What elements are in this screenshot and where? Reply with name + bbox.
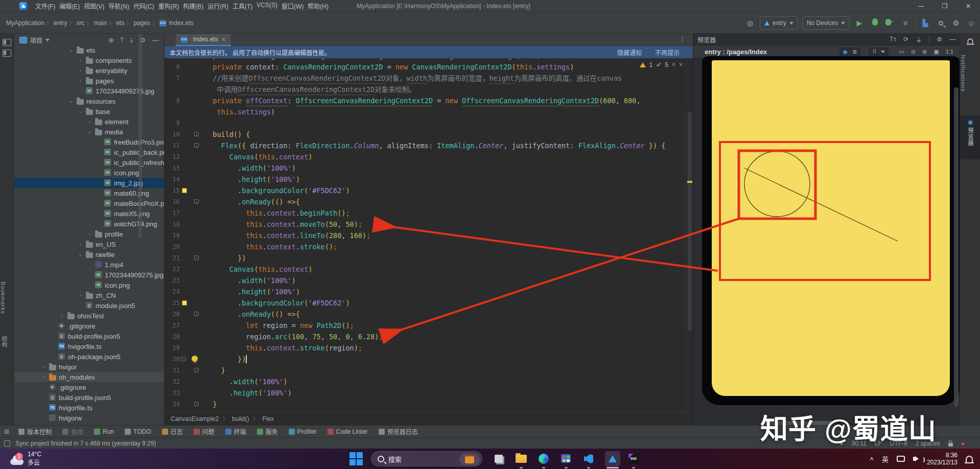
network-icon[interactable] (897, 456, 905, 462)
tree-item-oh-package.json5[interactable]: {}oh-package.json5 (14, 351, 165, 362)
zoom-ratio-label[interactable]: 1:1 (946, 49, 953, 55)
code-line-19[interactable]: 19 this.context.lineTo(280, 160); (165, 230, 686, 241)
menu-帮助(H)[interactable]: 帮助(H) (306, 2, 331, 10)
frame-select-icon[interactable]: ▭ (899, 49, 904, 55)
tree-item-rawfile[interactable]: ⌄rawfile (14, 249, 165, 260)
weather-widget[interactable]: 1 14°C多云 (9, 451, 41, 466)
restore-button[interactable]: ❐ (933, 0, 956, 12)
module-select[interactable]: entry (760, 16, 798, 30)
tree-item-module.json5[interactable]: {}module.json5 (14, 300, 165, 311)
code-line-15[interactable]: 15 .backgroundColor('#F5DC62') (165, 185, 686, 196)
tree-item-1702344909275.jpg[interactable]: 1702344909275.jpg (14, 270, 165, 280)
tree-item-hvigorfile.ts[interactable]: TShvigorfile.ts (14, 403, 165, 413)
menu-VCS(S)[interactable]: VCS(S) (254, 2, 279, 10)
code-line-27[interactable]: 27 let region = new Path2D(); (165, 320, 686, 331)
clock[interactable]: 8:36 2023/12/13 (927, 452, 958, 466)
inspection-widget[interactable]: 1 ✔5 ˄˅ (640, 61, 683, 68)
editor-breadcrumb-item[interactable]: CanvasExample2 (171, 415, 219, 423)
code-line-25[interactable]: 25 .backgroundColor('#F5DC62') (165, 297, 686, 309)
code-line-33[interactable]: 33 .height('100%') (165, 387, 686, 398)
menu-工具(T)[interactable]: 工具(T) (230, 2, 254, 10)
toolwindow-问题[interactable]: 问题 (194, 427, 215, 436)
structure-tab[interactable]: 结构 (0, 330, 8, 354)
tool-window-switcher-icon[interactable]: ⊞ (4, 428, 11, 435)
tree-item-en_US[interactable]: ›en_US (14, 239, 165, 249)
breadcrumb-item[interactable]: src (76, 19, 84, 27)
code-line-31[interactable]: 31˄ } (165, 365, 686, 376)
breadcrumb-item[interactable]: main (94, 19, 107, 27)
code-line-16[interactable]: 16⌄ .onReady(() =>{ (165, 196, 686, 207)
tree-item-build-profile.json5[interactable]: {}build-profile.json5 (14, 392, 165, 403)
breadcrumb-file[interactable]: Index.ets (169, 19, 194, 27)
tab-close-icon[interactable]: ✕ (221, 36, 226, 43)
input-language[interactable]: 英 (882, 454, 889, 464)
tree-item-hvigor[interactable]: ›hvigor (14, 362, 165, 372)
notifications-bell-icon[interactable] (967, 38, 973, 43)
previewer-tab[interactable]: ◉ 预览器 (960, 115, 980, 159)
editor-scrollbar[interactable] (686, 50, 693, 425)
tree-item-zh_CN[interactable]: ›zh_CN (14, 290, 165, 300)
taskbar-app-explorer[interactable] (515, 453, 527, 465)
code-line-w3[interactable]: 中调用OffscreenCanvasRenderingContext2D对象来绘… (165, 84, 686, 95)
toolwindow-版本控制[interactable]: 版本控制 (18, 427, 52, 436)
plug-icon[interactable]: ⏚ (916, 35, 922, 44)
color-preview-swatch[interactable] (182, 300, 187, 306)
code-line-8[interactable]: 8 private offContext: OffscreenCanvasRen… (165, 95, 686, 106)
stop-button[interactable]: ■ (900, 19, 911, 27)
tree-item-.gitignore[interactable]: ⊘.gitignore (14, 382, 165, 392)
zoom-in-icon[interactable]: ⊕ (922, 49, 927, 55)
menu-导航(N)[interactable]: 导航(N) (106, 2, 131, 10)
tree-item-.gitignore[interactable]: ⊘.gitignore (14, 321, 165, 331)
toolwindow-日志[interactable]: 日志 (162, 427, 183, 436)
tree-item-hvigorfile.ts[interactable]: TShvigorfile.ts (14, 341, 165, 351)
code-line-12[interactable]: 12 Canvas(this.context) (165, 151, 686, 162)
taskbar-app-stack[interactable] (493, 453, 505, 465)
breadcrumb-item[interactable]: pages (133, 19, 150, 27)
editor-breadcrumb-item[interactable]: build() (232, 415, 249, 423)
panel-hide-icon[interactable]: — (152, 36, 159, 44)
notifications-tab[interactable]: Notifications (960, 50, 966, 97)
tab-index-ets[interactable]: ETS Index.ets ✕ (176, 34, 231, 46)
menu-文件(F)[interactable]: 文件(F) (33, 2, 57, 10)
tray-expand-icon[interactable]: ˄ (870, 455, 874, 463)
color-preview-swatch[interactable] (182, 188, 187, 193)
menu-代码(C)[interactable]: 代码(C) (131, 2, 156, 10)
bookmarks-tab[interactable]: Bookmarks (0, 278, 6, 318)
project-panel-title[interactable]: 项目 (30, 36, 42, 44)
attach-debugger-button[interactable]: ↗ (884, 19, 896, 27)
locate-icon[interactable]: ⊕ (108, 36, 114, 44)
editor-breadcrumb-item[interactable]: Flex (262, 415, 274, 423)
previewer-vscrollbar[interactable] (954, 87, 959, 407)
breadcrumb-item[interactable]: MyApplication (6, 19, 44, 27)
tree-item-ohosTest[interactable]: ›ohosTest (14, 311, 165, 321)
breadcrumb-item[interactable]: entry (54, 19, 67, 27)
run-button[interactable]: ▶ (854, 19, 865, 27)
code-line-7[interactable]: 7 //用来创建OffscreenCanvasRenderingContext2… (165, 73, 686, 84)
menu-编辑(E)[interactable]: 编辑(E) (57, 2, 82, 10)
device-select[interactable]: No Devices (802, 16, 850, 30)
editor-options-icon[interactable]: ⋮ (679, 34, 693, 45)
taskbar-app-datagrip[interactable]: DG (627, 453, 640, 465)
profile-icon[interactable]: ☺ (966, 19, 977, 27)
dont-remind-link[interactable]: 不再提示 (655, 48, 680, 57)
code-line-10[interactable]: 10⌄ build() { (165, 129, 686, 140)
close-button[interactable]: ✕ (956, 0, 980, 12)
code-line-26[interactable]: 26⌄ .onReady(() =>{ (165, 309, 686, 320)
minimize-button[interactable]: — (909, 0, 933, 12)
menu-窗口(W)[interactable]: 窗口(W) (279, 2, 306, 10)
toolwindow-服务[interactable]: 服务 (257, 427, 278, 436)
grid-view-icon[interactable]: ⠿ (872, 49, 876, 55)
toolwindow-TODO[interactable]: TODO (125, 427, 151, 436)
tree-item-build-profile.json5[interactable]: {}build-profile.json5 (14, 331, 165, 341)
speaker-icon[interactable] (915, 456, 919, 461)
code-line-32[interactable]: 32 .width('100%') (165, 376, 686, 387)
menu-重构(R)[interactable]: 重构(R) (156, 2, 181, 10)
toolwindow-查找[interactable]: 查找 (62, 427, 83, 436)
taskbar-app-deveco[interactable] (605, 453, 617, 465)
taskbar-app-vscode[interactable] (582, 453, 595, 465)
search-icon[interactable] (935, 19, 946, 27)
code-line-30[interactable]: 30˄ }) (165, 354, 686, 365)
collapse-all-icon[interactable]: ⤓ (130, 36, 133, 44)
previewer-hide-icon[interactable]: — (949, 36, 955, 43)
preview-eye-icon[interactable]: ◉ (843, 49, 848, 55)
